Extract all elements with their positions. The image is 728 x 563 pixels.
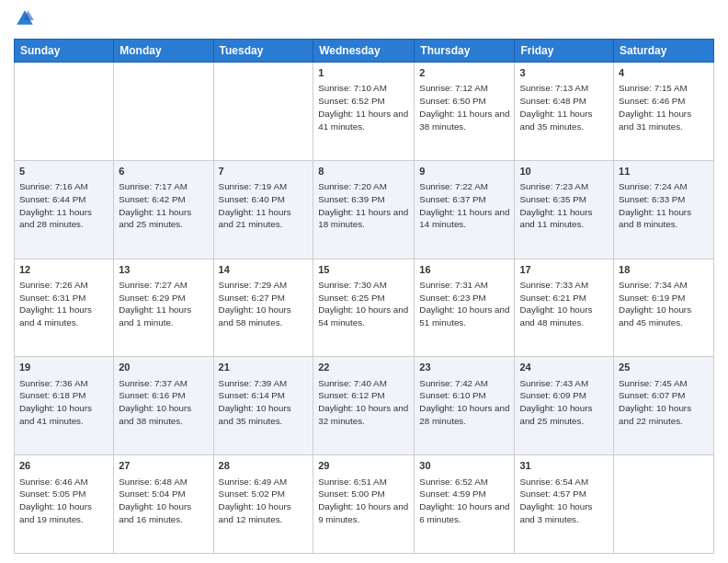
- day-cell: 9Sunrise: 7:22 AM Sunset: 6:37 PM Daylig…: [415, 160, 515, 259]
- day-cell: 12Sunrise: 7:26 AM Sunset: 6:31 PM Dayli…: [15, 259, 114, 357]
- day-number: 1: [318, 66, 409, 80]
- day-info: Sunrise: 7:26 AM Sunset: 6:31 PM Dayligh…: [19, 279, 108, 329]
- day-cell: 25Sunrise: 7:45 AM Sunset: 6:07 PM Dayli…: [614, 357, 714, 455]
- day-cell: 13Sunrise: 7:27 AM Sunset: 6:29 PM Dayli…: [114, 259, 213, 357]
- day-number: 27: [119, 459, 208, 473]
- day-info: Sunrise: 7:27 AM Sunset: 6:29 PM Dayligh…: [119, 279, 208, 329]
- weekday-header-saturday: Saturday: [614, 40, 714, 63]
- day-cell: 3Sunrise: 7:13 AM Sunset: 6:48 PM Daylig…: [515, 63, 614, 161]
- day-cell: 21Sunrise: 7:39 AM Sunset: 6:14 PM Dayli…: [213, 357, 313, 455]
- day-info: Sunrise: 7:33 AM Sunset: 6:21 PM Dayligh…: [519, 279, 609, 329]
- day-cell: 2Sunrise: 7:12 AM Sunset: 6:50 PM Daylig…: [415, 63, 515, 161]
- week-row-1: 1Sunrise: 7:10 AM Sunset: 6:52 PM Daylig…: [15, 63, 714, 161]
- day-number: 6: [119, 165, 208, 178]
- day-cell: 28Sunrise: 6:49 AM Sunset: 5:02 PM Dayli…: [213, 455, 313, 554]
- day-info: Sunrise: 6:54 AM Sunset: 4:57 PM Dayligh…: [519, 476, 609, 526]
- day-cell: 14Sunrise: 7:29 AM Sunset: 6:27 PM Dayli…: [213, 259, 313, 357]
- day-number: 20: [119, 361, 208, 374]
- weekday-header-sunday: Sunday: [15, 40, 114, 63]
- day-info: Sunrise: 7:13 AM Sunset: 6:48 PM Dayligh…: [519, 82, 609, 132]
- day-cell: [15, 63, 114, 161]
- day-number: 15: [318, 263, 409, 277]
- day-cell: 23Sunrise: 7:42 AM Sunset: 6:10 PM Dayli…: [415, 357, 515, 455]
- weekday-header-thursday: Thursday: [415, 40, 515, 63]
- day-cell: [213, 63, 313, 161]
- day-cell: 15Sunrise: 7:30 AM Sunset: 6:25 PM Dayli…: [313, 259, 415, 357]
- day-info: Sunrise: 6:51 AM Sunset: 5:00 PM Dayligh…: [318, 476, 409, 526]
- day-number: 13: [119, 263, 208, 277]
- day-number: 10: [519, 165, 609, 178]
- day-number: 4: [619, 66, 709, 80]
- day-info: Sunrise: 7:34 AM Sunset: 6:19 PM Dayligh…: [619, 279, 709, 329]
- day-number: 26: [19, 459, 108, 473]
- day-cell: 16Sunrise: 7:31 AM Sunset: 6:23 PM Dayli…: [415, 259, 515, 357]
- weekday-header-wednesday: Wednesday: [313, 40, 415, 63]
- day-cell: 20Sunrise: 7:37 AM Sunset: 6:16 PM Dayli…: [114, 357, 213, 455]
- weekday-header-monday: Monday: [114, 40, 213, 63]
- day-info: Sunrise: 7:15 AM Sunset: 6:46 PM Dayligh…: [619, 82, 709, 132]
- day-number: 7: [219, 165, 309, 178]
- day-number: 28: [219, 459, 309, 473]
- day-cell: 27Sunrise: 6:48 AM Sunset: 5:04 PM Dayli…: [114, 455, 213, 554]
- day-cell: 10Sunrise: 7:23 AM Sunset: 6:35 PM Dayli…: [515, 160, 614, 259]
- weekday-header-friday: Friday: [515, 40, 614, 63]
- day-cell: [114, 63, 213, 161]
- day-number: 24: [519, 361, 609, 374]
- logo: [14, 9, 34, 31]
- day-cell: 29Sunrise: 6:51 AM Sunset: 5:00 PM Dayli…: [313, 455, 415, 554]
- day-number: 19: [19, 361, 108, 374]
- day-number: 11: [619, 165, 709, 178]
- day-number: 3: [519, 66, 609, 80]
- day-cell: 24Sunrise: 7:43 AM Sunset: 6:09 PM Dayli…: [515, 357, 614, 455]
- day-number: 5: [19, 165, 108, 178]
- day-info: Sunrise: 7:12 AM Sunset: 6:50 PM Dayligh…: [419, 82, 509, 132]
- day-info: Sunrise: 7:19 AM Sunset: 6:40 PM Dayligh…: [219, 180, 309, 231]
- day-cell: 5Sunrise: 7:16 AM Sunset: 6:44 PM Daylig…: [15, 160, 114, 259]
- day-cell: 8Sunrise: 7:20 AM Sunset: 6:39 PM Daylig…: [313, 160, 415, 259]
- day-cell: 7Sunrise: 7:19 AM Sunset: 6:40 PM Daylig…: [213, 160, 313, 259]
- day-number: 9: [419, 165, 509, 178]
- day-info: Sunrise: 7:42 AM Sunset: 6:10 PM Dayligh…: [419, 377, 509, 428]
- day-info: Sunrise: 7:16 AM Sunset: 6:44 PM Dayligh…: [19, 180, 108, 231]
- day-info: Sunrise: 7:40 AM Sunset: 6:12 PM Dayligh…: [318, 377, 409, 428]
- day-number: 21: [219, 361, 309, 374]
- day-number: 31: [519, 459, 609, 473]
- day-cell: 19Sunrise: 7:36 AM Sunset: 6:18 PM Dayli…: [15, 357, 114, 455]
- day-number: 23: [419, 361, 509, 374]
- day-number: 14: [219, 263, 309, 277]
- day-info: Sunrise: 7:45 AM Sunset: 6:07 PM Dayligh…: [619, 377, 709, 428]
- day-cell: 11Sunrise: 7:24 AM Sunset: 6:33 PM Dayli…: [614, 160, 714, 259]
- day-number: 22: [318, 361, 409, 374]
- day-number: 30: [419, 459, 509, 473]
- week-row-2: 5Sunrise: 7:16 AM Sunset: 6:44 PM Daylig…: [15, 160, 714, 259]
- day-cell: 4Sunrise: 7:15 AM Sunset: 6:46 PM Daylig…: [614, 63, 714, 161]
- day-info: Sunrise: 7:43 AM Sunset: 6:09 PM Dayligh…: [519, 377, 609, 428]
- day-info: Sunrise: 7:17 AM Sunset: 6:42 PM Dayligh…: [119, 180, 208, 231]
- day-number: 2: [419, 66, 509, 80]
- logo-icon: [16, 9, 34, 28]
- day-cell: 17Sunrise: 7:33 AM Sunset: 6:21 PM Dayli…: [515, 259, 614, 357]
- day-info: Sunrise: 7:39 AM Sunset: 6:14 PM Dayligh…: [219, 377, 309, 428]
- day-cell: 31Sunrise: 6:54 AM Sunset: 4:57 PM Dayli…: [515, 455, 614, 554]
- day-info: Sunrise: 7:24 AM Sunset: 6:33 PM Dayligh…: [619, 180, 709, 231]
- weekday-header-row: SundayMondayTuesdayWednesdayThursdayFrid…: [15, 40, 714, 63]
- calendar: SundayMondayTuesdayWednesdayThursdayFrid…: [14, 39, 714, 554]
- day-number: 16: [419, 263, 509, 277]
- day-info: Sunrise: 6:46 AM Sunset: 5:05 PM Dayligh…: [19, 476, 108, 526]
- day-cell: [614, 455, 714, 554]
- week-row-5: 26Sunrise: 6:46 AM Sunset: 5:05 PM Dayli…: [15, 455, 714, 554]
- day-number: 8: [318, 165, 409, 178]
- day-number: 29: [318, 459, 409, 473]
- day-cell: 6Sunrise: 7:17 AM Sunset: 6:42 PM Daylig…: [114, 160, 213, 259]
- day-cell: 18Sunrise: 7:34 AM Sunset: 6:19 PM Dayli…: [614, 259, 714, 357]
- day-info: Sunrise: 7:22 AM Sunset: 6:37 PM Dayligh…: [419, 180, 509, 231]
- day-number: 25: [619, 361, 709, 374]
- day-info: Sunrise: 6:49 AM Sunset: 5:02 PM Dayligh…: [219, 476, 309, 526]
- day-info: Sunrise: 7:36 AM Sunset: 6:18 PM Dayligh…: [19, 377, 108, 428]
- day-info: Sunrise: 7:30 AM Sunset: 6:25 PM Dayligh…: [318, 279, 409, 329]
- day-number: 12: [19, 263, 108, 277]
- day-info: Sunrise: 7:29 AM Sunset: 6:27 PM Dayligh…: [219, 279, 309, 329]
- page: SundayMondayTuesdayWednesdayThursdayFrid…: [0, 0, 728, 563]
- weekday-header-tuesday: Tuesday: [213, 40, 313, 63]
- day-info: Sunrise: 7:10 AM Sunset: 6:52 PM Dayligh…: [318, 82, 409, 132]
